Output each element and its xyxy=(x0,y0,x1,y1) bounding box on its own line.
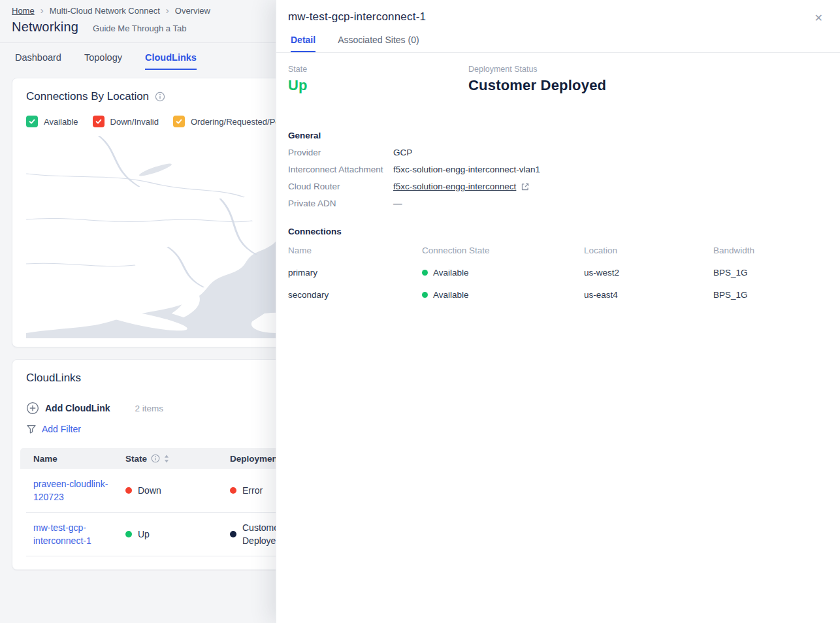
column-header-state: State xyxy=(125,454,230,464)
add-filter-label: Add Filter xyxy=(42,424,81,434)
detail-row-interconnect-attachment: Interconnect Attachment f5xc-solution-en… xyxy=(288,165,827,174)
chevron-right-icon: › xyxy=(166,5,169,15)
check-icon xyxy=(95,118,103,125)
breadcrumb-item: Multi-Cloud Network Connect xyxy=(50,6,160,16)
check-icon xyxy=(175,118,183,125)
legend-item-down: Down/Invalid xyxy=(93,116,159,127)
cloudlink-name-link[interactable]: mw-test-gcp-interconnect-1 xyxy=(33,521,112,547)
checkbox-ordering[interactable] xyxy=(173,116,185,127)
legend-label: Available xyxy=(44,117,78,127)
breadcrumb-item: Overview xyxy=(175,6,210,16)
add-cloudlink-button[interactable]: Add CloudLink xyxy=(26,402,110,415)
connections-heading: Connections xyxy=(288,227,827,236)
tab-associated-sites[interactable]: Associated Sites (0) xyxy=(338,35,419,52)
deployment-status-value: Customer Deployed xyxy=(468,77,827,94)
connections-section: Connections Name Connection State Locati… xyxy=(288,227,827,300)
connection-row-secondary: secondary Available us-east4 BPS_1G xyxy=(288,290,827,300)
legend-label: Down/Invalid xyxy=(110,117,159,127)
breadcrumb-home-link[interactable]: Home xyxy=(12,6,35,16)
column-header-name: Name xyxy=(33,454,125,464)
external-link-icon xyxy=(521,182,530,191)
connection-row-primary: primary Available us-west2 BPS_1G xyxy=(288,268,827,278)
close-icon: ✕ xyxy=(815,12,823,24)
panel-title: mw-test-gcp-interconnect-1 xyxy=(288,10,426,24)
status-dot xyxy=(422,270,428,276)
close-button[interactable]: ✕ xyxy=(811,10,827,26)
check-icon xyxy=(28,118,36,125)
detail-panel: mw-test-gcp-interconnect-1 ✕ Detail Asso… xyxy=(276,0,840,623)
legend-item-available: Available xyxy=(26,116,78,127)
connections-table-header: Name Connection State Location Bandwidth xyxy=(288,246,827,255)
state-stat: State Up xyxy=(288,65,468,94)
status-dot xyxy=(125,487,132,494)
page-title: Networking xyxy=(12,20,78,35)
status-dot xyxy=(422,292,428,298)
general-heading: General xyxy=(288,131,827,140)
tab-dashboard[interactable]: Dashboard xyxy=(15,52,61,70)
tab-cloudlinks[interactable]: CloudLinks xyxy=(145,52,197,70)
panel-header: mw-test-gcp-interconnect-1 ✕ Detail Asso… xyxy=(276,0,840,52)
detail-row-provider: Provider GCP xyxy=(288,148,827,157)
plus-circle-icon xyxy=(26,402,39,415)
guide-me-link[interactable]: Guide Me Through a Tab xyxy=(93,24,186,33)
items-count: 2 items xyxy=(135,404,164,413)
state-cell: Down xyxy=(125,484,230,497)
state-value: Up xyxy=(288,77,468,94)
detail-row-cloud-router: Cloud Router f5xc-solution-engg-intercon… xyxy=(288,182,827,191)
checkbox-available[interactable] xyxy=(26,116,38,127)
state-label: State xyxy=(288,65,468,74)
detail-row-private-adn: Private ADN — xyxy=(288,199,827,208)
status-dot xyxy=(230,487,236,494)
status-summary: State Up Deployment Status Customer Depl… xyxy=(288,65,827,94)
deployment-status-label: Deployment Status xyxy=(468,65,827,74)
tab-detail[interactable]: Detail xyxy=(291,35,315,52)
info-icon[interactable] xyxy=(151,454,160,463)
cloud-router-link[interactable]: f5xc-solution-engg-interconnect xyxy=(393,182,516,191)
add-cloudlink-label: Add CloudLink xyxy=(45,403,110,413)
tab-topology[interactable]: Topology xyxy=(84,52,122,70)
panel-tabs: Detail Associated Sites (0) xyxy=(288,35,827,52)
sort-icon[interactable] xyxy=(164,455,169,463)
info-icon[interactable] xyxy=(155,91,165,102)
deployment-stat: Deployment Status Customer Deployed xyxy=(468,65,827,94)
filter-icon xyxy=(26,424,37,434)
state-cell: Up xyxy=(125,528,230,541)
connections-card-title: Connections By Location xyxy=(26,90,149,103)
chevron-right-icon: › xyxy=(40,5,44,15)
app-window: Home › Multi-Cloud Network Connect › Ove… xyxy=(0,0,840,623)
checkbox-down-invalid[interactable] xyxy=(93,116,105,127)
status-dot xyxy=(230,531,236,537)
status-dot xyxy=(125,531,132,537)
general-section: General Provider GCP Interconnect Attach… xyxy=(288,131,827,208)
cloudlink-name-link[interactable]: praveen-cloudlink-120723 xyxy=(33,477,112,503)
